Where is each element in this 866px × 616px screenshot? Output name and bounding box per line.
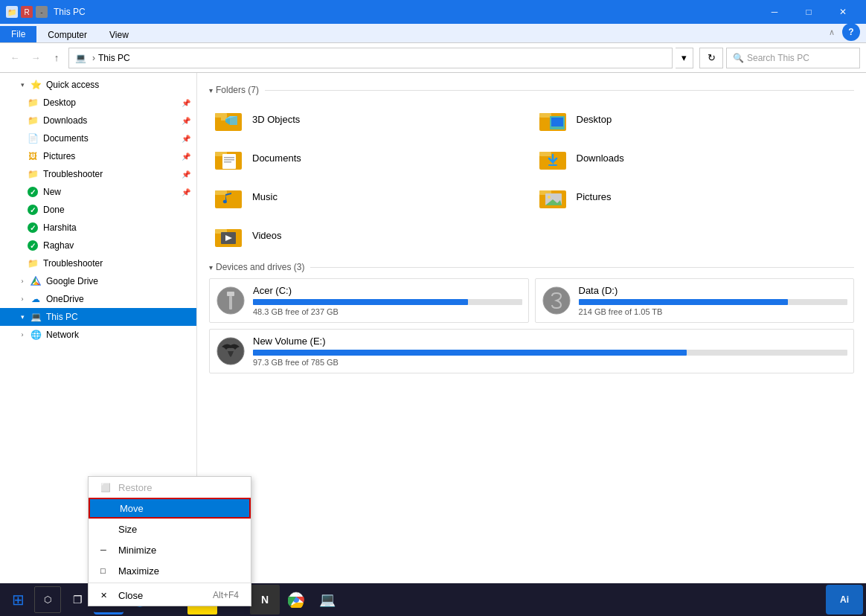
sidebar-googledrive-label: Google Drive (46, 276, 98, 286)
folder-item-desktop[interactable]: Desktop (533, 101, 855, 137)
newvol-drive-space: 97.3 GB free of 785 GB (253, 358, 847, 367)
drive-item-acer[interactable]: Acer (C:) 48.3 GB free of 237 GB (209, 278, 529, 323)
forward-button[interactable]: → (27, 49, 45, 67)
tab-view[interactable]: View (98, 26, 140, 42)
search-box[interactable]: 🔍 Search This PC (726, 48, 860, 68)
sidebar-item-documents[interactable]: 📄 Documents 📌 (0, 129, 196, 147)
taskbar-notion[interactable]: N (250, 585, 280, 615)
folder-item-videos[interactable]: Videos (209, 217, 530, 253)
app-icon-3: - (36, 6, 48, 18)
sidebar-item-googledrive[interactable]: › Google Drive (0, 272, 196, 290)
sidebar-item-network[interactable]: › 🌐 Network (0, 326, 196, 344)
sidebar-thispc-label: This PC (46, 312, 78, 322)
folder-item-music[interactable]: Music (209, 179, 530, 214)
content-area: ▾ Folders (7) 3D Object (197, 73, 866, 595)
minimize-button[interactable]: ─ (757, 0, 792, 24)
svg-rect-19 (539, 113, 551, 118)
drives-expand-icon: ▾ (209, 263, 213, 272)
svg-rect-43 (227, 292, 234, 296)
sidebar-item-thispc[interactable]: ▾ 💻 This PC (0, 308, 196, 326)
taskbar-ai[interactable]: Ai (826, 585, 863, 615)
address-path[interactable]: 💻 › This PC (68, 48, 673, 68)
sidebar-item-desktop[interactable]: 📁 Desktop 📌 (0, 94, 196, 112)
sidebar-item-downloads[interactable]: 📁 Downloads 📌 (0, 112, 196, 129)
svg-rect-30 (548, 164, 557, 166)
sidebar-item-troubleshooter2[interactable]: 📁 Troubleshooter (0, 254, 196, 272)
taskbar-search[interactable]: ⬡ (34, 586, 61, 613)
address-dropdown[interactable]: ▾ (676, 48, 693, 68)
folder-item-pictures[interactable]: Pictures (533, 179, 855, 214)
taskbar-start[interactable]: ⊞ (3, 585, 33, 615)
quick-access-expand: ▾ (18, 80, 27, 89)
drives-header-line (310, 267, 854, 268)
thispc-expand: ▾ (18, 312, 27, 321)
pin-icon-desktop: 📌 (182, 99, 190, 107)
window-title: This PC (54, 7, 757, 17)
back-button[interactable]: ← (6, 49, 24, 67)
refresh-button[interactable]: ↻ (699, 48, 723, 68)
acer-drive-bar-bg (253, 299, 522, 305)
help-button[interactable]: ? (842, 23, 860, 41)
title-bar-icons: 📁 R - (6, 6, 48, 18)
ctx-item-move[interactable]: Move (89, 498, 251, 519)
sidebar-item-pictures[interactable]: 🖼 Pictures 📌 (0, 147, 196, 165)
newvol-drive-icon (216, 336, 246, 366)
folder-name-downloads: Downloads (577, 153, 624, 164)
ctx-item-restore[interactable]: ⬜ Restore (89, 477, 251, 498)
sidebar-quick-access[interactable]: ▾ ⭐ Quick access (0, 76, 196, 94)
documents-folder-icon: 📄 (27, 132, 39, 144)
folders-section-header[interactable]: ▾ Folders (7) (209, 85, 854, 95)
drives-grid: Acer (C:) 48.3 GB free of 237 GB (209, 278, 854, 323)
ctx-close-label: Close (118, 590, 143, 601)
sidebar-item-harshita[interactable]: ✓ Harshita (0, 219, 196, 237)
acer-drive-space: 48.3 GB free of 237 GB (253, 307, 522, 316)
newvol-drive-bar-fill (253, 350, 687, 356)
ctx-item-close[interactable]: ✕ Close Alt+F4 (89, 585, 251, 606)
ctx-close-shortcut: Alt+F4 (213, 590, 239, 600)
tab-computer[interactable]: Computer (36, 26, 98, 42)
downloads-folder-icon: 📁 (27, 115, 39, 126)
taskbar-right: Ai (826, 585, 863, 615)
googledrive-expand: › (18, 277, 27, 286)
sidebar-onedrive-label: OneDrive (46, 294, 84, 304)
pin-icon-downloads: 📌 (182, 117, 190, 125)
sidebar-item-done[interactable]: ✓ Done (0, 201, 196, 219)
close-button[interactable]: ✕ (826, 0, 860, 24)
drive-item-newvol[interactable]: New Volume (E:) 97.3 GB free of 785 GB (209, 329, 854, 373)
sidebar-item-new[interactable]: ✓ New 📌 (0, 183, 196, 201)
folder-item-3dobjects[interactable]: 3D Objects (209, 101, 530, 137)
search-placeholder: Search This PC (747, 53, 809, 63)
drive-item-data[interactable]: Data (D:) 214 GB free of 1.05 TB (535, 278, 855, 323)
drives-section-header[interactable]: ▾ Devices and drives (3) (209, 262, 854, 272)
ctx-item-maximize[interactable]: □ Maximize (89, 560, 251, 581)
sidebar-downloads-label: Downloads (43, 115, 87, 126)
folder-name-3dobjects: 3D Objects (252, 114, 300, 125)
sidebar-troubleshooter-label: Troubleshooter (43, 169, 103, 179)
svg-rect-13 (215, 113, 227, 118)
svg-rect-25 (224, 157, 234, 158)
folders-expand-icon: ▾ (209, 86, 213, 94)
sidebar-item-raghav[interactable]: ✓ Raghav (0, 237, 196, 254)
sidebar-item-onedrive[interactable]: › ☁ OneDrive (0, 290, 196, 308)
taskbar-explorer2[interactable]: 💻 (312, 585, 342, 615)
sidebar-item-troubleshooter[interactable]: 📁 Troubleshooter 📌 (0, 165, 196, 183)
folder-item-documents[interactable]: Documents (209, 140, 530, 176)
tab-file[interactable]: File (0, 26, 36, 42)
maximize-button[interactable]: □ (792, 0, 826, 24)
ctx-move-label: Move (120, 503, 144, 514)
svg-text:✓: ✓ (30, 206, 36, 214)
acer-drive-name: Acer (C:) (253, 285, 522, 296)
troubleshooter-folder-icon: 📁 (27, 168, 39, 180)
ctx-item-minimize[interactable]: ─ Minimize (89, 539, 251, 560)
onedrive-expand: › (18, 295, 27, 304)
folder-thumb-downloads (539, 144, 569, 171)
pin-icon-troubleshooter: 📌 (182, 170, 190, 179)
up-button[interactable]: ↑ (48, 49, 65, 67)
taskbar-chrome[interactable] (281, 585, 311, 615)
acer-drive-bar-fill (253, 299, 468, 305)
troubleshooter2-folder-icon: 📁 (27, 257, 39, 269)
close-ctx-icon: ✕ (100, 591, 112, 600)
acer-drive-icon (216, 286, 246, 315)
ctx-item-size[interactable]: Size (89, 519, 251, 539)
folder-item-downloads[interactable]: Downloads (533, 140, 855, 176)
